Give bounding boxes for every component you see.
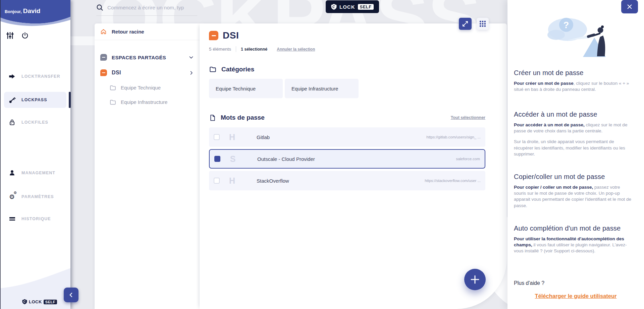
sidebar-item-label: LOCKPASS <box>21 98 47 102</box>
grid-view-button[interactable] <box>477 18 489 30</box>
category-card-equipe-technique[interactable]: Equipe Technique <box>209 79 283 98</box>
back-to-root-label: Retour racine <box>112 29 144 35</box>
tree-item-dsi[interactable]: DSI <box>95 65 200 80</box>
sidebar-item-management[interactable]: MANAGEMENT <box>4 165 66 181</box>
row-checkbox[interactable] <box>214 178 220 184</box>
active-item-indicator <box>69 92 71 108</box>
help-section-access: Accéder à un mot de passe Pour accéder à… <box>514 111 632 157</box>
sidebar-item-lockpass[interactable]: LOCKPASS <box>4 92 66 108</box>
sidebar-item-parametres[interactable]: ⚙⚙ PARAMÈTRES <box>4 189 66 205</box>
password-list: H Gitlab https://gitlab.com/users/sign_ … <box>209 127 485 190</box>
tree-item-label: Equipe Technique <box>121 85 161 90</box>
list-icon <box>8 217 16 221</box>
sidebar-item-locktransfer[interactable]: LOCKTRANSFER <box>4 68 66 84</box>
collapse-sidebar-button[interactable] <box>64 288 78 302</box>
tree-item-label: Equipe Infrastructure <box>121 99 167 105</box>
help-heading: Auto complétion d'un mot de passe <box>514 225 632 232</box>
tree-items: ESPACES PARTAGÉS DSI Equipe Technique Eq… <box>95 40 200 109</box>
password-row-stackoverflow[interactable]: H StackOverflow https://stackoverflow.co… <box>209 171 485 190</box>
help-bold: Pour copier / coller un mot de passe, <box>514 185 593 190</box>
help-heading: Accéder à un mot de passe <box>514 111 632 118</box>
screen-edge <box>0 0 1 309</box>
row-letter-avatar: S <box>228 154 238 164</box>
cancel-selection-link[interactable]: Annuler la sélection <box>277 47 315 52</box>
chevron-down-icon[interactable] <box>189 55 194 60</box>
help-illustration: ? <box>547 9 610 58</box>
category-card-equipe-infrastructure[interactable]: Equipe Infrastructure <box>285 79 359 98</box>
sidebar-item-lockfiles[interactable]: LOCKFILES <box>4 114 66 130</box>
tree-item-label: DSI <box>112 70 121 76</box>
help-heading: Créer un mot de passe <box>514 69 632 77</box>
padlock-icon <box>8 119 16 126</box>
grid-icon <box>480 21 486 27</box>
help-section-create: Créer un mot de passe Pour créer un mot … <box>514 69 632 92</box>
add-password-button[interactable] <box>464 269 486 290</box>
svg-text:?: ? <box>564 20 569 30</box>
selected-count: 1 sélectionné <box>241 47 267 52</box>
help-section-copy: Copier/coller un mot de passe Pour copie… <box>514 173 632 209</box>
sidebar-item-historique[interactable]: HISTORIQUE <box>4 211 66 227</box>
password-url: https://stackoverflow.com/user ... <box>425 179 481 183</box>
search-input[interactable] <box>107 5 193 11</box>
greeting: Bonjour,David <box>5 7 40 15</box>
chevron-right-icon[interactable] <box>189 70 194 75</box>
password-url: https://gitlab.com/users/sign_ ... <box>426 135 481 139</box>
select-all-link[interactable]: Tout sélectionner <box>451 115 485 120</box>
row-checkbox[interactable] <box>214 134 220 140</box>
sidebar-item-label: LOCKFILES <box>21 120 48 125</box>
password-row-outscale[interactable]: S Outscale - Cloud Provider saleforce.co… <box>209 149 485 169</box>
expand-view-button[interactable] <box>459 18 472 30</box>
help-heading: Copier/coller un mot de passe <box>514 173 632 181</box>
folder-icon <box>109 84 116 91</box>
row-checkbox-checked[interactable] <box>214 156 220 162</box>
category-cards: Equipe Technique Equipe Infrastructure <box>209 79 485 98</box>
password-name: StackOverflow <box>257 178 289 184</box>
space-group-icon <box>100 54 107 61</box>
divider <box>236 46 236 52</box>
back-to-root-item[interactable]: Retour racine <box>95 23 200 40</box>
element-count: 5 éléments <box>209 47 231 52</box>
expand-icon <box>462 20 469 27</box>
close-help-button[interactable] <box>621 0 638 13</box>
shield-icon <box>22 299 27 305</box>
sidebar: Bonjour,David LOCKTRANSFER <box>0 0 70 309</box>
greeting-name: David <box>23 7 41 14</box>
passwords-header: Mots de passe Tout sélectionner <box>209 114 485 121</box>
main-panel: DSI 5 éléments 1 sélectionné Annuler la … <box>200 23 507 309</box>
home-icon <box>100 28 107 35</box>
sidebar-header: Bonjour,David <box>0 0 70 31</box>
password-name: Gitlab <box>257 134 270 140</box>
row-letter-avatar: H <box>227 176 237 186</box>
download-guide-link[interactable]: Télécharger le guide utilisateur <box>507 293 644 299</box>
password-row-gitlab[interactable]: H Gitlab https://gitlab.com/users/sign_ … <box>209 127 485 147</box>
help-panel: ? Créer un mot de passe Pour créer un mo… <box>507 0 644 309</box>
tree-item-equipe-infrastructure[interactable]: Equipe Infrastructure <box>95 95 200 109</box>
chevron-left-icon <box>68 292 74 298</box>
tree-item-equipe-technique[interactable]: Equipe Technique <box>95 80 200 95</box>
space-icon <box>209 31 218 40</box>
close-icon <box>627 4 633 10</box>
logo-self-badge: SELF <box>44 300 57 304</box>
help-bold: Pour accéder à un mot de passe, <box>514 122 585 127</box>
page-title: DSI <box>223 30 239 41</box>
help-bold: Pour créer un mot de passe <box>514 81 574 86</box>
sidebar-quick-actions <box>5 31 30 40</box>
power-icon[interactable] <box>20 31 30 40</box>
logo-lock-text: LOCK <box>339 4 355 10</box>
tree-item-espaces-partages[interactable]: ESPACES PARTAGÉS <box>95 50 200 65</box>
gears-icon: ⚙⚙ <box>8 193 16 200</box>
person-icon <box>8 169 16 177</box>
folder-icon <box>109 99 116 106</box>
selection-meta: 5 éléments 1 sélectionné Annuler la séle… <box>209 46 485 52</box>
header-wave <box>0 0 70 31</box>
logo-self-badge: SELF <box>358 4 374 10</box>
greeting-prefix: Bonjour, <box>5 9 22 14</box>
more-help-label: Plus d'aide ? <box>514 280 544 286</box>
search-icon <box>96 4 103 11</box>
shield-icon <box>331 4 337 10</box>
categories-title: Catégories <box>221 66 254 73</box>
sidebar-item-label: MANAGEMENT <box>21 171 55 175</box>
settings-sliders-icon[interactable] <box>5 31 15 40</box>
password-name: Outscale - Cloud Provider <box>257 156 315 162</box>
sidebar-item-label: HISTORIQUE <box>21 217 51 221</box>
